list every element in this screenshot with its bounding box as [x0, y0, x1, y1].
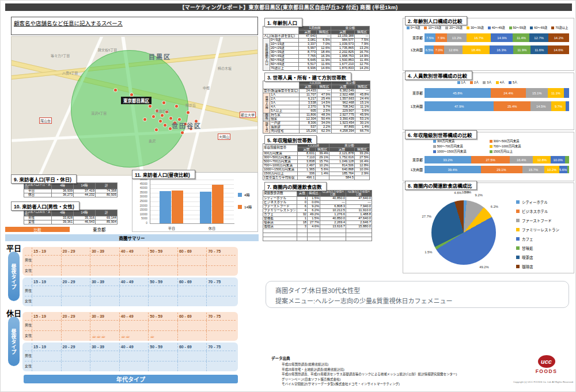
- map-place-label: 碑文谷5丁目: [98, 47, 117, 52]
- visitors-day-table: 来訪者人口(平日・休日)4時14時計平日36,93937,41974,358休日…: [24, 182, 118, 197]
- table-row: 1000〜1500万円未満1,3655.6%640,86810.0%: [263, 168, 370, 172]
- household-size-chart: 1人2人3人4人5人東京都45.8%24.4%15.1%11.1%1次商圏47.…: [403, 73, 574, 130]
- store-dot: [149, 105, 151, 108]
- data-table: 1次商圏東京都実数構成比実数構成比人口(年齢不詳を含む)47,640―13,15…: [263, 26, 370, 71]
- copyright-text: Copyright (c) UCC FOODS Co. Ltd. All Rig…: [487, 380, 574, 383]
- ucc-logo-sub: FOODS: [522, 368, 571, 374]
- table-row: 長屋建5372.2%87,8651.4%: [263, 125, 370, 130]
- band-cell: [61, 331, 90, 341]
- legend-item: 300万円未満: [433, 139, 486, 143]
- gender-label: 女性: [25, 331, 32, 341]
- bar-row: 東京都45.8%24.4%15.1%11.1%: [406, 88, 569, 98]
- bar-segment: 33.2%: [425, 156, 471, 163]
- legend-item: ファミリーレストラン: [516, 227, 559, 233]
- age-column-label: 70 - 75: [206, 248, 236, 255]
- band-cell: [61, 256, 90, 265]
- band-cell: [90, 361, 119, 371]
- legend-swatch-icon: [490, 140, 492, 143]
- trade-area-map: 目黒区世田谷区自由が丘奥沢緑が丘中根八雲3丁目柿の木坂深沢4丁目等々力7丁目碑文…: [11, 36, 258, 176]
- bar: [160, 191, 171, 223]
- bar-segment: 7.0%: [434, 45, 444, 54]
- band-cell: [61, 351, 90, 361]
- bar-segment: 16.3%: [490, 45, 513, 54]
- bar-row-label: 東京都: [406, 90, 425, 96]
- data-table: 1次商圏東京都実数構成比実数構成比世帯(施設等世帯を含む)24,433―6,38…: [263, 81, 370, 134]
- band-cell: [32, 286, 61, 296]
- band-cell: [148, 296, 177, 306]
- legend-swatch-icon: [407, 26, 410, 29]
- map-place-label: 緑が丘: [185, 102, 196, 108]
- age-column-label: 70 - 75: [206, 278, 236, 286]
- table-row: 建て方一戸建8,30634.0%1,923,45430.1%: [263, 121, 370, 125]
- gender-label: 男性: [25, 286, 32, 296]
- band-cell: [206, 256, 236, 265]
- table-row: 500〜700万円未満3,83815.7%1,049,12816.4%: [263, 160, 370, 164]
- summary-band: 15 - 1920 - 2930 - 3940 - 4950 - 5960 - …: [22, 277, 238, 306]
- band-cell: [206, 361, 236, 371]
- coffee-cup-icon: ☕: [150, 333, 154, 339]
- band-cell: ☕: [148, 331, 177, 341]
- table-row: 60〜69歳5,51711.6%1,677,21012.7%: [263, 63, 370, 67]
- map-station-chip: 尾山台: [39, 117, 52, 124]
- chart-legend: 300万円未満300〜500万円未満500〜700万円未満700〜1000万円未…: [406, 139, 569, 154]
- legend-swatch-icon: [490, 150, 492, 153]
- source-item: グリーンページ(日本ソフト販売株式会社): [282, 377, 457, 382]
- axis-tick-label: 5000: [132, 217, 147, 220]
- table-row: 所有持ち家11,80648.3%2,927,77545.9%: [263, 113, 370, 117]
- band-cell: [61, 296, 90, 306]
- bar-segment: 13.2%: [447, 33, 467, 42]
- gender-label: 男性: [25, 256, 32, 265]
- table-row: 40〜49歳7,76516.3%1,958,75314.9%: [263, 55, 370, 59]
- gender-label: 男性: [25, 321, 32, 330]
- bar-segment: 27.5%: [471, 156, 510, 163]
- daynight-type-ribbon: 昼夜タイプ: [8, 317, 20, 366]
- pie-label: 4.6%: [454, 191, 461, 195]
- band-row: 男性: [25, 351, 236, 361]
- map-place-label: 等々力7丁目: [51, 53, 70, 58]
- band-header: 15 - 1920 - 2930 - 3940 - 4950 - 5960 - …: [25, 313, 236, 320]
- age-column-label: 20 - 29: [61, 278, 90, 286]
- chart-legend: シティーホテルビジネスホテルファーストフードファミリーレストランカフェ甘味処喫茶…: [516, 199, 559, 269]
- store-dot: [114, 89, 117, 92]
- legend-swatch-icon: [238, 193, 242, 197]
- legend-item: 10〜19歳: [424, 25, 441, 30]
- pie-label: 27.7%: [422, 215, 431, 218]
- table-row: 世帯(施設等世帯を含む)24,433―6,382,049―: [263, 89, 370, 93]
- bar-segment: 10.0%: [551, 156, 564, 163]
- band-cell: [119, 351, 149, 361]
- store-dot: [181, 131, 184, 134]
- band-cell: [32, 266, 61, 276]
- table-row: ビジネスホテル00.0%――: [263, 200, 372, 204]
- table-row: 借家12,30450.4%3,390,43953.1%: [263, 117, 370, 121]
- radius-circle-1km: [71, 50, 188, 168]
- store-dot: [159, 120, 162, 123]
- table-row: 休日36,27344,23280,505: [24, 193, 118, 197]
- legend-swatch-icon: [483, 81, 486, 84]
- bar-segment: 16.4%: [510, 156, 533, 163]
- compare-legend-swatch: 比較: [5, 227, 70, 232]
- age-column-label: 30 - 39: [90, 248, 119, 255]
- summary-band: 15 - 1920 - 2930 - 3940 - 4950 - 5960 - …: [22, 342, 238, 371]
- households-table: 1次商圏東京都実数構成比実数構成比世帯(施設等世帯を含む)24,433―6,38…: [263, 81, 370, 134]
- section-title-visitors-day: 9. 来訪者人口(平日・休日): [11, 174, 77, 184]
- legend-item: 4人: [496, 80, 505, 85]
- axis-category: 平日: [154, 226, 189, 231]
- client-note-text: 顧客名や店舗名など任意に記入するスペース: [14, 19, 123, 27]
- chart-legend: 4時14時: [238, 192, 252, 210]
- section-title-restaurant-pie: 8. 商圏内の関連飲食店構成比: [405, 181, 477, 190]
- legend-swatch-icon: [433, 150, 436, 153]
- band-cell: [61, 361, 90, 371]
- bar-segment: [567, 166, 569, 173]
- band-row: 男性: [25, 286, 236, 296]
- age-column-label: 60 - 69: [177, 313, 207, 320]
- map-place-label: 自由が丘: [156, 108, 169, 113]
- bar: [200, 192, 211, 223]
- pie-label: 49.2%: [479, 265, 488, 269]
- source-item: 平成22年国勢調査、平成21年経済センサス基礎調査等のリンクによる地域メッシュ統…: [282, 372, 457, 377]
- band-cell: [177, 351, 207, 361]
- section-title-income: 5. 年収階級別世帯数: [264, 135, 317, 144]
- table-row: 喫茶店1827.7%2,269.42,646.7: [263, 220, 372, 224]
- pie-chart: [431, 200, 496, 265]
- legend-swatch-icon: [467, 26, 469, 29]
- axis-tick-label: 25000: [132, 200, 147, 203]
